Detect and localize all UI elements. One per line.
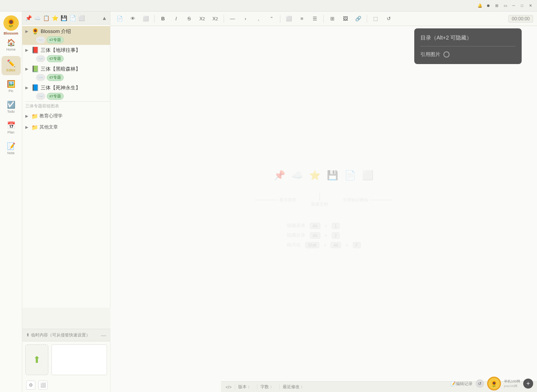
sidebar-item-plan[interactable]: 📅 Plan <box>2 118 21 137</box>
tree-item-santi-death[interactable]: ▶ 📘 三体【死神永生】 ☁️ 🏷专题 <box>22 82 110 101</box>
kbd-plus-3a: + <box>324 243 326 247</box>
pic-icon: 🖼️ <box>7 80 15 88</box>
chevron-icon: ▶ <box>25 48 30 52</box>
guide-icons-row: 📌 ☁️ ⭐ 💾 📄 ⬜ <box>274 170 374 181</box>
scroll-up-icon[interactable]: ▲ <box>102 15 107 21</box>
home-icon: 🏠 <box>7 38 15 47</box>
upload-arrow-icon: ⬆ <box>33 354 41 365</box>
save-icon[interactable]: 💾 <box>61 15 67 21</box>
comma-btn[interactable]: , <box>253 13 264 24</box>
tree-folder-edu-psy[interactable]: ▶ 📁 教育心理学 <box>22 110 110 122</box>
guide-shortcuts: 隐藏菜单 Alt + 1 隐藏目录 Alt + 2 格式化 Shift + Al… <box>287 222 361 248</box>
guide-heart-icon: 💾 <box>327 170 338 181</box>
maximize-btn[interactable]: □ <box>519 3 525 8</box>
chevron-icon: ▶ <box>25 67 30 71</box>
doc-frame-btn[interactable]: ⬜ <box>140 13 151 24</box>
add-btn[interactable]: + <box>523 379 533 389</box>
upload-title: ⬆ 临时内容（可从侵签快速设置） <box>26 332 90 338</box>
ul-btn[interactable]: ≡ <box>297 13 307 24</box>
tree-item-santi-earth[interactable]: ▶ 📕 三体【地球往事】 ☁️ 🏷专题 <box>22 45 110 64</box>
toolbar-separator-5 <box>367 15 367 23</box>
notification-icon[interactable]: 🔔 <box>477 3 483 8</box>
copy-icon[interactable]: 📋 <box>43 15 49 21</box>
toolbar-separator-3 <box>280 15 280 23</box>
bold-btn[interactable]: B <box>158 13 168 24</box>
subscript-btn[interactable]: X2 <box>210 13 221 24</box>
status-code-icon: </> <box>226 385 232 389</box>
tree-item-santi-dark[interactable]: ▶ 📗 三体【黑暗森林】 ☁️ 🏷专题 <box>22 64 110 82</box>
code-btn[interactable]: ⬜ <box>283 13 294 24</box>
preview-btn[interactable]: 👁 <box>127 13 138 24</box>
split-icon[interactable]: ⊞ <box>494 3 499 8</box>
upload-drop-area[interactable]: ⬆ <box>25 344 48 375</box>
plan-icon: 📅 <box>7 121 15 130</box>
history-btn[interactable]: ↺ <box>383 13 394 24</box>
edit-history-icon[interactable]: 📝编辑记录 <box>450 381 473 387</box>
chevron-icon: ▶ <box>25 29 30 33</box>
tree-folder-other[interactable]: ▶ 📁 其他文章 <box>22 122 110 133</box>
left-sidebar: 🌻 Blossom 🏠 Home ✏️ Editor 🖼️ Pic ☑️ Tod… <box>0 12 22 392</box>
new-doc-btn[interactable]: 📄 <box>114 13 125 24</box>
star-icon[interactable]: ⭐ <box>52 15 58 21</box>
arrow-btn[interactable]: › <box>240 13 251 24</box>
minimize-btn[interactable]: ─ <box>511 3 516 8</box>
status-divider-3 <box>279 384 280 390</box>
upload-body: ⬆ <box>22 341 110 378</box>
pin-icon[interactable]: 📌 <box>25 15 32 21</box>
shortcut-label-1: 隐藏菜单 <box>287 222 305 229</box>
special-tag: 🏷专题 <box>47 55 64 62</box>
status-divider-1 <box>235 384 235 390</box>
tree-item-blossom-intro[interactable]: ▶ 🌻 Blossom 介绍 ☁️ 🏷专题 <box>22 26 110 45</box>
close-btn[interactable]: ✕ <box>528 3 533 8</box>
settings-gear-btn[interactable]: ⚙ <box>26 380 35 390</box>
shortcut-label-3: 格式化 <box>287 242 301 248</box>
guide-label-cite: 引用知识网络 <box>343 197 368 203</box>
upload-text-input[interactable] <box>51 344 107 375</box>
sidebar-item-editor[interactable]: ✏️ Editor <box>2 56 21 75</box>
guide-pin-icon: 📌 <box>274 170 285 181</box>
guide-label-new-doc: 新建文档 <box>311 201 328 207</box>
doc-icon[interactable]: 📄 <box>69 15 76 21</box>
sidebar-item-todo[interactable]: ☑️ Todo <box>2 97 21 117</box>
image-btn[interactable]: 🖼 <box>340 13 351 24</box>
table-btn[interactable]: ⊞ <box>327 13 338 24</box>
export-btn[interactable]: ⬜ <box>38 380 48 390</box>
bottom-icons-row: ⚙ ⬜ <box>22 378 110 392</box>
sidebar-item-pic[interactable]: 🖼️ Pic <box>2 77 21 96</box>
record-icon[interactable]: ⏺ <box>486 3 491 8</box>
toc-image-ref-btn[interactable]: 引用图片 <box>420 51 516 58</box>
upload-minimize-btn[interactable]: — <box>101 332 106 338</box>
window-icon[interactable]: ▭ <box>502 3 508 8</box>
link-btn[interactable]: 🔗 <box>353 13 364 24</box>
toc-image-ref-label: 引用图片 <box>420 51 440 58</box>
ol-btn[interactable]: ☰ <box>310 13 320 24</box>
special-tag: 🏷专题 <box>47 93 64 100</box>
bottom-right-corner: 📝编辑记录 ↺ 🌻 单机100网 jixie100网 + <box>450 377 533 390</box>
hr-btn[interactable]: — <box>227 13 238 24</box>
quote-btn[interactable]: " <box>266 13 277 24</box>
sidebar-item-home[interactable]: 🏠 Home <box>2 35 21 54</box>
site-name: 单机100网 <box>504 379 520 384</box>
toc-divider <box>420 46 516 46</box>
refresh-btn[interactable]: ↺ <box>476 379 484 388</box>
item-tags: ☁️ 🏷专题 <box>36 74 107 81</box>
shortcut-label-2: 隐藏目录 <box>287 232 305 239</box>
cloud-tag: ☁️ <box>36 93 45 100</box>
cloud-icon[interactable]: ☁️ <box>34 15 41 21</box>
item-icon: 🌻 <box>31 28 39 35</box>
kbd-plus-1: + <box>325 224 327 228</box>
grid-icon[interactable]: ⬜ <box>78 15 85 21</box>
kbd-shift: Shift <box>305 242 319 248</box>
superscript-btn[interactable]: X2 <box>197 13 208 24</box>
item-label: Blossom 介绍 <box>41 28 71 35</box>
logo-icon: 🌻 <box>3 15 19 31</box>
italic-btn[interactable]: I <box>171 13 181 24</box>
strikethrough-btn[interactable]: S <box>184 13 194 24</box>
shortcut-row-2: 隐藏目录 Alt + 2 <box>287 232 361 239</box>
editor-icon: ✏️ <box>7 59 15 68</box>
toc-btn[interactable]: ⬚ <box>370 13 381 24</box>
cloud-tag: ☁️ <box>36 74 45 81</box>
item-icon: 📕 <box>31 46 39 54</box>
sidebar-item-note[interactable]: 📝 Note <box>2 139 21 158</box>
tree-separator: 三体专题双链图表 <box>25 101 110 110</box>
